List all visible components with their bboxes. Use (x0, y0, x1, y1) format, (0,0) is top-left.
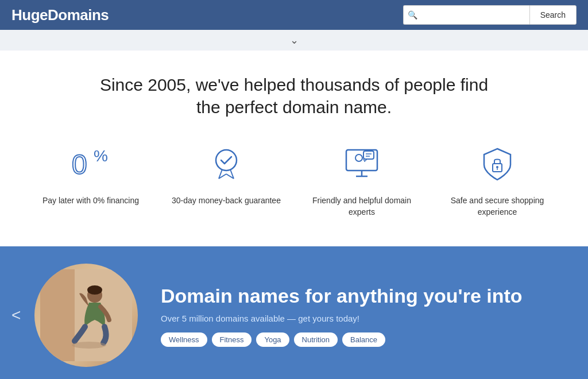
tag-nutrition[interactable]: Nutrition (294, 332, 338, 347)
tag-fitness[interactable]: Fitness (212, 332, 252, 347)
zero-percent-icon: 0 % (68, 141, 114, 187)
search-input[interactable] (403, 5, 529, 25)
banner-tags: Wellness Fitness Yoga Nutrition Balance (161, 332, 565, 347)
header: HugeDomains 🔍 Search (0, 0, 588, 30)
feature-security: Safe and secure shopping experience (440, 141, 555, 218)
search-area: 🔍 Search (403, 5, 577, 25)
feature-financing-label: Pay later with 0% financing (42, 195, 139, 207)
svg-point-10 (355, 154, 362, 161)
svg-point-20 (87, 285, 102, 295)
features-headline: Since 2005, we've helped thousands of pe… (99, 74, 489, 118)
feature-security-label: Safe and secure shopping experience (440, 195, 555, 218)
banner-image (34, 264, 138, 367)
banner-subtitle: Over 5 million domains available — get y… (161, 314, 565, 323)
features-grid: 0 % Pay later with 0% financing (23, 141, 565, 218)
banner-content: Domain names for anything you're into Ov… (161, 284, 565, 347)
svg-text:0: 0 (72, 149, 87, 180)
search-button[interactable]: Search (529, 5, 577, 25)
feature-guarantee-label: 30-day money-back guarantee (172, 195, 281, 207)
support-icon (339, 141, 385, 187)
banner-title: Domain names for anything you're into (161, 284, 565, 308)
search-input-wrapper: 🔍 (403, 5, 529, 25)
svg-point-2 (216, 150, 237, 171)
chevron-down-icon: ⌄ (290, 35, 299, 45)
feature-financing: 0 % Pay later with 0% financing (33, 141, 148, 207)
svg-rect-11 (363, 151, 374, 159)
shield-lock-icon (474, 141, 520, 187)
svg-text:%: % (94, 147, 108, 165)
feature-experts: Friendly and helpful domain experts (304, 141, 419, 218)
logo: HugeDomains (11, 6, 109, 24)
tag-yoga[interactable]: Yoga (256, 332, 289, 347)
chevron-bar[interactable]: ⌄ (0, 30, 588, 51)
svg-point-15 (496, 166, 498, 168)
banner-prev-arrow[interactable]: < (11, 306, 21, 324)
search-icon: 🔍 (408, 10, 417, 20)
feature-guarantee: 30-day money-back guarantee (169, 141, 284, 207)
feature-experts-label: Friendly and helpful domain experts (304, 195, 419, 218)
banner-section: < Domain names for anything you're in (0, 246, 588, 379)
tag-wellness[interactable]: Wellness (161, 332, 207, 347)
tag-balance[interactable]: Balance (342, 332, 385, 347)
badge-check-icon (203, 141, 249, 187)
features-section: Since 2005, we've helped thousands of pe… (0, 51, 588, 246)
svg-point-21 (72, 342, 106, 349)
